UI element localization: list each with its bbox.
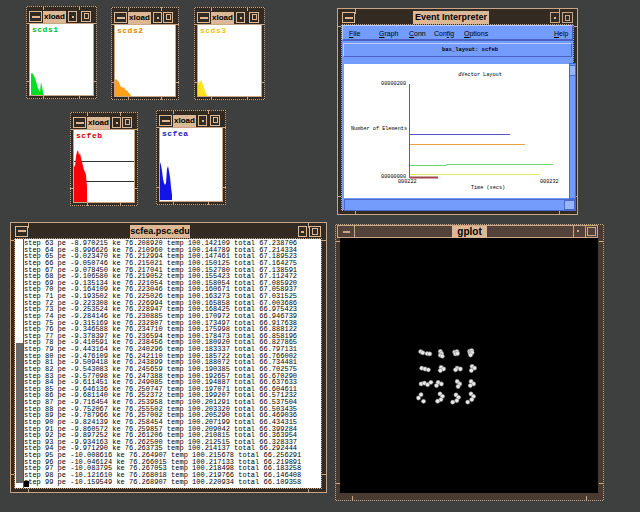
svg-text:00000200: 00000200 [381, 81, 406, 87]
svg-text:Time (secs): Time (secs) [471, 185, 505, 191]
svg-text:Number of Elements: Number of Elements [351, 126, 407, 132]
svg-text:dVector Layout: dVector Layout [458, 72, 502, 78]
svg-text:000222: 000222 [398, 179, 417, 185]
svg-text:000232: 000232 [540, 179, 559, 185]
